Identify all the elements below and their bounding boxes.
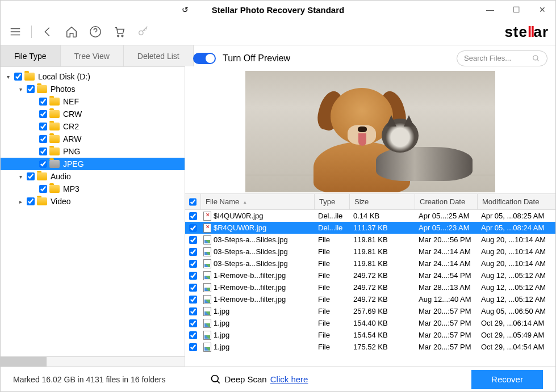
file-row[interactable]: $R4QUW0R.jpgDel...ile111.37 KBApr 05...:…: [185, 222, 555, 234]
tree-checkbox[interactable]: [39, 135, 47, 143]
row-checkbox[interactable]: [189, 236, 197, 244]
close-button[interactable]: ✕: [529, 1, 555, 19]
home-button[interactable]: [64, 24, 80, 40]
search-input[interactable]: Search Files...: [457, 50, 547, 66]
file-type: File: [315, 235, 350, 244]
grid-body[interactable]: $I4QUW0R.jpgDel...ile0.14 KBApr 05...:25…: [185, 210, 555, 366]
row-checkbox[interactable]: [189, 260, 197, 268]
file-name: 1.jpg: [214, 343, 229, 351]
preview-toggle[interactable]: [193, 53, 216, 64]
file-modification-date: Aug 12, ...05:12 AM: [478, 283, 555, 292]
tab-file-type[interactable]: File Type: [1, 45, 61, 66]
folder-icon: [37, 172, 47, 180]
row-checkbox[interactable]: [189, 284, 197, 292]
folder-tree[interactable]: ▾Local Disk (D:)▾PhotosNEFCRWCR2ARWPNGJP…: [1, 67, 185, 356]
col-header-name[interactable]: File Name▴: [201, 194, 315, 209]
col-header-size[interactable]: Size: [350, 194, 415, 209]
file-size: 175.52 KB: [350, 343, 415, 351]
deep-scan-link[interactable]: Click here: [270, 374, 308, 384]
tree-item-arw[interactable]: ARW: [1, 133, 185, 145]
tab-tree-view[interactable]: Tree View: [61, 45, 124, 66]
file-name: 1.jpg: [214, 331, 229, 339]
file-creation-date: Mar 20...:57 PM: [415, 343, 478, 351]
file-type: File: [315, 283, 350, 292]
file-size: 119.81 KB: [350, 235, 415, 244]
file-name: 1-Remove-b...filter.jpg: [214, 271, 286, 280]
menu-button[interactable]: [7, 24, 23, 40]
tree-item-local-disk-d-[interactable]: ▾Local Disk (D:): [1, 70, 185, 83]
tree-item-audio[interactable]: ▾Audio: [1, 170, 185, 183]
col-header-modification[interactable]: Modification Date: [478, 194, 555, 209]
select-all-checkbox[interactable]: [189, 198, 197, 206]
tree-item-cr2[interactable]: CR2: [1, 120, 185, 133]
tree-checkbox[interactable]: [27, 172, 35, 180]
file-row[interactable]: 03-Steps-a...Slides.jpgFile119.81 KBMar …: [185, 234, 555, 246]
col-header-creation[interactable]: Creation Date: [415, 194, 478, 209]
tab-deleted-list[interactable]: Deleted List: [124, 45, 194, 66]
file-type: File: [315, 247, 350, 256]
svg-point-1: [118, 35, 119, 37]
file-row[interactable]: 1-Remove-b...filter.jpgFile249.72 KBMar …: [185, 281, 555, 293]
row-checkbox[interactable]: [189, 248, 197, 256]
tree-item-crw[interactable]: CRW: [1, 108, 185, 120]
col-header-type[interactable]: Type: [315, 194, 350, 209]
tree-item-jpeg[interactable]: JPEG: [1, 158, 185, 170]
tree-checkbox[interactable]: [39, 123, 47, 130]
file-row[interactable]: 1.jpgFile154.40 KBMar 20...:57 PMOct 29,…: [185, 317, 555, 329]
cart-button[interactable]: [111, 24, 127, 40]
preview-image: [245, 71, 495, 192]
file-size: 249.72 KB: [350, 283, 415, 292]
row-checkbox[interactable]: [189, 296, 197, 304]
file-row[interactable]: 1.jpgFile175.52 KBMar 20...:57 PMOct 29,…: [185, 341, 555, 353]
tree-item-mp3[interactable]: MP3: [1, 183, 185, 195]
file-row[interactable]: 03-Steps-a...Slides.jpgFile119.81 KBMar …: [185, 246, 555, 258]
tree-item-nef[interactable]: NEF: [1, 95, 185, 108]
chevron-icon: ▾: [4, 74, 12, 80]
folder-icon: [49, 123, 60, 130]
svg-point-4: [533, 55, 538, 60]
help-button[interactable]: [87, 24, 103, 40]
row-checkbox[interactable]: [189, 307, 197, 315]
row-checkbox[interactable]: [189, 272, 197, 280]
file-row[interactable]: 03-Steps-a...Slides.jpgFile119.81 KBMar …: [185, 258, 555, 269]
file-grid: File Name▴ Type Size Creation Date Modif…: [185, 193, 555, 366]
tree-checkbox[interactable]: [27, 197, 35, 205]
file-row[interactable]: 1-Remove-b...filter.jpgFile249.72 KBAug …: [185, 293, 555, 305]
row-checkbox[interactable]: [189, 319, 197, 327]
tree-checkbox[interactable]: [39, 185, 47, 193]
back-button[interactable]: [40, 24, 56, 40]
tree-checkbox[interactable]: [39, 110, 47, 118]
tree-checkbox[interactable]: [27, 85, 35, 93]
tree-item-video[interactable]: ▸Video: [1, 195, 185, 208]
tree-item-png[interactable]: PNG: [1, 145, 185, 158]
sidebar: File TypeTree ViewDeleted List ▾Local Di…: [1, 45, 185, 366]
tree-checkbox[interactable]: [14, 73, 22, 81]
file-size: 154.40 KB: [350, 319, 415, 327]
row-checkbox[interactable]: [189, 224, 197, 232]
file-row[interactable]: $I4QUW0R.jpgDel...ile0.14 KBApr 05...:25…: [185, 210, 555, 222]
file-row[interactable]: 1-Remove-b...filter.jpgFile249.72 KBMar …: [185, 269, 555, 281]
row-checkbox[interactable]: [189, 331, 197, 339]
file-icon: [203, 319, 211, 328]
file-creation-date: Mar 24...:14 AM: [415, 247, 478, 256]
horizontal-scrollbar[interactable]: [1, 356, 185, 366]
folder-icon: [37, 85, 47, 93]
sort-indicator-icon: ▴: [244, 199, 246, 205]
row-checkbox[interactable]: [189, 343, 197, 351]
maximize-button[interactable]: ☐: [503, 1, 529, 19]
tree-item-photos[interactable]: ▾Photos: [1, 83, 185, 95]
file-name: 03-Steps-a...Slides.jpg: [214, 247, 288, 256]
tree-checkbox[interactable]: [39, 98, 47, 106]
row-checkbox[interactable]: [189, 212, 197, 220]
tree-checkbox[interactable]: [39, 147, 47, 155]
file-icon: [203, 247, 211, 256]
grid-header[interactable]: File Name▴ Type Size Creation Date Modif…: [185, 194, 555, 210]
chevron-icon: ▸: [16, 199, 24, 205]
file-row[interactable]: 1.jpgFile257.69 KBMar 20...:57 PMAug 05,…: [185, 305, 555, 317]
file-row[interactable]: 1.jpgFile154.54 KBMar 20...:57 PMOct 29,…: [185, 329, 555, 341]
minimize-button[interactable]: —: [477, 1, 503, 19]
tree-checkbox[interactable]: [39, 160, 47, 168]
file-type: File: [315, 331, 350, 339]
recover-button[interactable]: Recover: [471, 370, 543, 389]
key-button[interactable]: [135, 24, 151, 40]
